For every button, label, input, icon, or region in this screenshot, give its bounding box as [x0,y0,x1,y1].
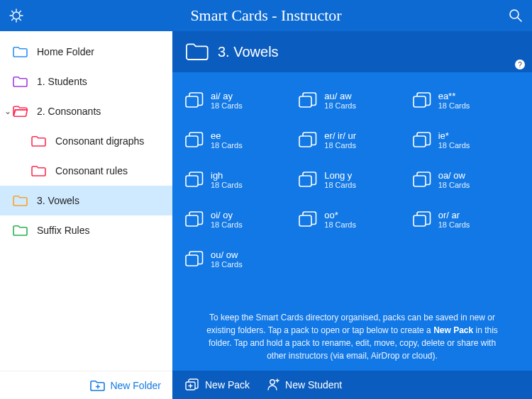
sidebar-item-label: Home Folder [37,46,94,57]
pack-icon [413,92,431,109]
pack-grid: ai/ ay18 Cardsau/ aw18 Cardsea**18 Cards… [172,72,532,311]
new-folder-button[interactable]: New Folder [0,371,172,399]
pack-item[interactable]: ou/ ow18 Cards [185,242,292,276]
pack-text: oo*18 Cards [324,210,356,229]
pack-icon [413,132,431,149]
pack-subtitle: 18 Cards [438,101,470,110]
hint-bold: New Pack [433,325,473,335]
folder-icon [13,225,28,236]
pack-name: oa/ ow [438,171,470,181]
pack-item[interactable]: oo*18 Cards [299,203,405,237]
pack-subtitle: 18 Cards [324,141,356,150]
sidebar-item-home[interactable]: Home Folder [0,37,172,67]
main-title: 3. Vowels [218,44,279,60]
folder-icon [31,135,47,147]
pack-item[interactable]: Long y18 Cards [299,163,405,197]
pack-icon [185,251,204,268]
pack-subtitle: 18 Cards [211,181,243,189]
pack-item[interactable]: ie*18 Cards [413,123,519,157]
pack-name: ea** [438,91,470,101]
app-title: Smart Cards - Instructor [190,6,341,25]
pack-item[interactable]: au/ aw18 Cards [299,84,405,118]
sidebar-item-students[interactable]: 1. Students [0,67,172,96]
sidebar-item-suffix-rules[interactable]: Suffix Rules [0,215,172,245]
new-pack-button[interactable]: New Pack [185,378,250,391]
pack-subtitle: 18 Cards [324,101,356,110]
sidebar-item-label: Suffix Rules [37,225,89,236]
search-icon[interactable] [508,8,523,23]
settings-gear-icon[interactable] [9,8,24,23]
pack-text: oa/ ow18 Cards [438,171,470,189]
pack-icon [413,211,431,228]
pack-subtitle: 18 Cards [211,101,243,110]
pack-icon [299,132,317,149]
pack-item[interactable]: ea**18 Cards [413,84,519,118]
pack-subtitle: 18 Cards [211,220,243,229]
pack-name: ee [211,131,243,141]
pack-name: oi/ oy [211,210,243,220]
pack-name: igh [211,171,243,181]
new-folder-label: New Folder [110,380,161,391]
pack-name: or/ ar [438,210,470,220]
folder-icon [13,195,28,206]
pack-subtitle: 18 Cards [211,260,243,269]
pack-item[interactable]: oi/ oy18 Cards [185,203,292,237]
new-student-button[interactable]: New Student [265,378,342,391]
pack-name: ie* [438,131,470,141]
pack-item[interactable]: ee18 Cards [185,123,292,157]
pack-icon [185,92,204,109]
topbar: Smart Cards - Instructor [0,0,532,31]
folder-plus-icon [90,380,106,391]
pack-subtitle: 18 Cards [211,141,243,150]
chevron-down-icon: ⌄ [3,106,13,116]
folder-large-icon [185,42,209,62]
pack-text: ou/ ow18 Cards [211,250,243,269]
pack-item[interactable]: oa/ ow18 Cards [413,163,519,197]
pack-plus-icon [185,378,199,391]
pack-item[interactable]: igh18 Cards [185,163,292,197]
sidebar-item-consonant-rules[interactable]: Consonant rules [0,156,172,186]
pack-text: oi/ oy18 Cards [211,210,243,229]
main-panel: 3. Vowels ? ai/ ay18 Cardsau/ aw18 Cards… [172,31,532,399]
folder-icon [13,76,28,87]
pack-text: ie*18 Cards [438,131,470,150]
help-icon[interactable]: ? [515,60,525,69]
pack-name: ai/ ay [211,91,243,101]
pack-name: er/ ir/ ur [324,131,356,141]
sidebar-item-label: 3. Vowels [37,195,79,206]
pack-text: au/ aw18 Cards [324,91,356,110]
pack-icon [185,172,204,189]
folder-icon [31,165,47,176]
pack-name: Long y [324,171,356,181]
pack-item[interactable]: er/ ir/ ur18 Cards [299,123,405,157]
sidebar-item-consonants[interactable]: ⌄ 2. Consonants [0,96,172,126]
pack-subtitle: 18 Cards [324,220,356,229]
pack-text: ai/ ay18 Cards [211,91,243,110]
pack-text: ee18 Cards [211,131,243,150]
pack-icon [299,172,317,189]
hint-text: To keep the Smart Cards directory organi… [172,311,532,371]
sidebar-item-consonant-digraphs[interactable]: Consonant digraphs [0,126,172,156]
pack-text: er/ ir/ ur18 Cards [324,131,356,150]
folder-icon [13,46,28,57]
pack-subtitle: 18 Cards [438,220,470,229]
folder-open-icon [13,106,28,117]
person-plus-icon [265,378,279,391]
pack-subtitle: 18 Cards [438,141,470,150]
new-pack-label: New Pack [205,379,250,390]
sidebar-list: Home Folder 1. Students ⌄ 2. Consonants … [0,31,172,371]
pack-icon [299,92,317,109]
pack-subtitle: 18 Cards [324,181,356,189]
sidebar-item-label: Consonant digraphs [55,135,144,147]
sidebar-item-label: 1. Students [37,76,87,87]
pack-name: oo* [324,210,356,220]
pack-icon [299,211,317,228]
sidebar: Home Folder 1. Students ⌄ 2. Consonants … [0,31,172,399]
pack-item[interactable]: ai/ ay18 Cards [185,84,292,118]
pack-icon [185,211,204,228]
sidebar-item-vowels[interactable]: 3. Vowels [0,186,172,215]
new-student-label: New Student [285,379,342,390]
main-header: 3. Vowels ? [172,31,532,72]
pack-name: au/ aw [324,91,356,101]
pack-item[interactable]: or/ ar18 Cards [413,203,519,237]
